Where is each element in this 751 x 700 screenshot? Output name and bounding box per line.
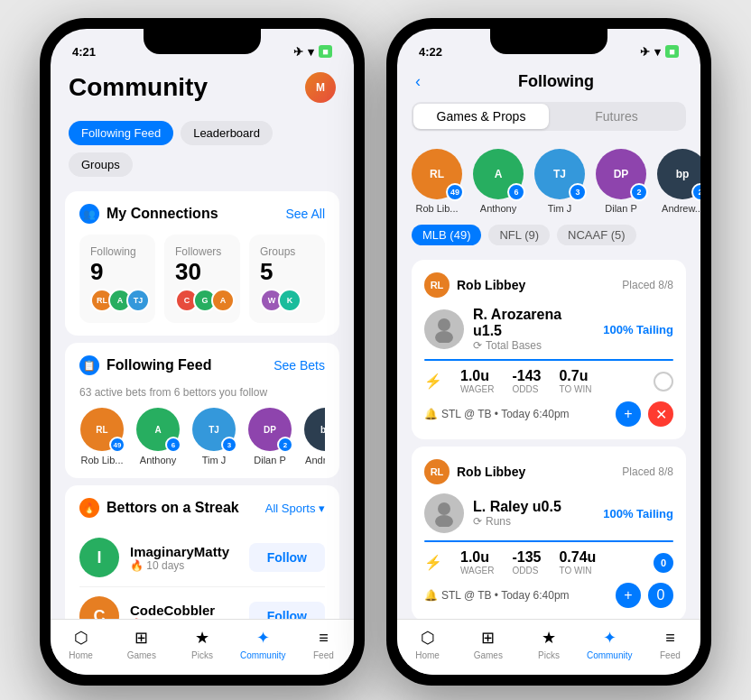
bettor-item-0[interactable]: RL49 Rob Lib... <box>79 408 125 465</box>
nav-feed-left[interactable]: ≡ Feed <box>293 627 354 660</box>
nav-home-left[interactable]: ⬡ Home <box>51 627 111 660</box>
followers-stat[interactable]: Followers 30 C G A <box>164 235 240 323</box>
connections-header: 👥 My Connections See All <box>79 204 325 224</box>
f-name-1: Anthony <box>480 203 516 214</box>
tail-btn-1[interactable]: 0 <box>648 583 673 608</box>
connections-title: 👥 My Connections <box>79 204 218 224</box>
followers-number: 30 <box>175 260 229 283</box>
bettor-badge-0: 49 <box>109 437 125 453</box>
connections-icon: 👥 <box>79 204 99 224</box>
user-avatar[interactable]: M <box>305 72 336 103</box>
f-avatar-2: TJ3 <box>534 149 585 199</box>
segment-games-props[interactable]: Games & Props <box>413 104 549 129</box>
bettor-item-3[interactable]: DP2 Dilan P <box>247 408 292 465</box>
follow-button-1[interactable]: Follow <box>249 602 325 619</box>
bet-card-1: RL Rob Libbey Placed 8/8 L. Raley u0.5 ⟳… <box>412 447 686 619</box>
filter-mlb[interactable]: MLB (49) <box>412 225 481 245</box>
nav-community-right[interactable]: ✦ Community <box>579 627 640 660</box>
battery-icon-right: ■ <box>665 45 679 58</box>
games-icon-left: ⊞ <box>131 627 153 649</box>
community-title-text: Community <box>69 73 208 102</box>
tab-following-feed[interactable]: Following Feed <box>69 121 173 145</box>
nav-games-left[interactable]: ⊞ Games <box>111 627 172 660</box>
f-avatar-item-1[interactable]: A6 Anthony <box>473 149 524 214</box>
f-badge-4: 2 <box>691 183 700 201</box>
towin-stat-1: 0.74u TO WIN <box>559 549 596 576</box>
groups-stat[interactable]: Groups 5 W K <box>249 235 325 323</box>
community-title-row: Community M <box>69 72 336 103</box>
nav-feed-right[interactable]: ≡ Feed <box>640 627 700 660</box>
f-avatar-item-2[interactable]: TJ3 Tim J <box>534 149 585 214</box>
home-icon-right: ⬡ <box>417 627 439 649</box>
wager-lbl-1: WAGER <box>460 566 494 576</box>
f-badge-2: 3 <box>569 183 587 201</box>
odds-val-0: -143 <box>512 368 541 384</box>
filter-ncaaf[interactable]: NCAAF (5) <box>557 225 636 245</box>
games-icon-right: ⊞ <box>477 627 499 649</box>
tailing-badge-0: 100% Tailing <box>603 323 673 336</box>
streak-section: 🔥 Bettors on a Streak All Sports ▾ I Ima… <box>65 485 339 619</box>
streak-name-0: ImaginaryMatty <box>130 544 229 559</box>
tail-circle-0 <box>654 372 673 391</box>
wager-stat-1: 1.0u WAGER <box>460 549 494 576</box>
following-avatars-row: RL49 Rob Lib... A6 Anthony TJ3 Tim J <box>397 142 700 221</box>
bet-stats-0: ⚡ 1.0u WAGER -143 ODDS 0.7u TO WIN <box>424 368 673 394</box>
nav-picks-right[interactable]: ★ Picks <box>518 627 579 660</box>
streak-item-0: I ImaginaryMatty 🔥 10 days Follow <box>79 529 325 587</box>
mini-avatar-6: A <box>211 289 235 312</box>
bet-stats-1: ⚡ 1.0u WAGER -135 ODDS 0.74u TO WIN 0 <box>424 549 673 576</box>
feed-header: 📋 Following Feed See Bets <box>79 355 325 375</box>
follow-button-0[interactable]: Follow <box>249 543 325 572</box>
action-btns-0: + ✕ <box>616 401 673 427</box>
tab-leaderboard[interactable]: Leaderboard <box>181 121 273 145</box>
f-avatar-item-4[interactable]: bp2 Andrew... <box>657 149 700 214</box>
bettor-item-1[interactable]: A6 Anthony <box>135 408 181 465</box>
feed-title: 📋 Following Feed <box>79 355 211 375</box>
odds-stat-1: -135 ODDS <box>512 549 541 576</box>
groups-label: Groups <box>260 245 314 258</box>
bet-title-0: R. Arozarena u1.5 <box>473 307 594 339</box>
bet-details-0: R. Arozarena u1.5 ⟳ Total Bases <box>473 307 594 352</box>
bettor-item-2[interactable]: TJ3 Tim J <box>191 408 236 465</box>
wifi-icon-right: ▾ <box>654 45 661 59</box>
f-avatar-item-0[interactable]: RL49 Rob Lib... <box>412 149 462 214</box>
nav-community-label-right: Community <box>587 650 633 660</box>
stat-icon-1: ⟳ <box>473 515 482 528</box>
right-phone: 4:22 ✈ ▾ ■ ‹ Following Games & Props Fut… <box>386 18 711 686</box>
nav-home-right[interactable]: ⬡ Home <box>397 627 458 660</box>
following-stat[interactable]: Following 9 RL A TJ <box>79 235 155 323</box>
streak-icon: 🔥 <box>79 498 99 518</box>
stat-icon-0: ⟳ <box>473 339 482 352</box>
f-avatar-0: RL49 <box>412 149 462 199</box>
airplane-icon-right: ✈ <box>640 45 650 59</box>
tail-circle-1: 0 <box>654 553 673 573</box>
nav-community-left[interactable]: ✦ Community <box>233 627 293 660</box>
wager-stat-0: 1.0u WAGER <box>460 368 494 394</box>
nav-picks-left[interactable]: ★ Picks <box>172 627 232 660</box>
time-left: 4:21 <box>72 45 96 59</box>
bell-icon-0: 🔔 <box>424 408 438 420</box>
all-sports-filter[interactable]: All Sports ▾ <box>265 502 325 515</box>
tab-row: Following Feed Leaderboard Groups <box>51 114 354 184</box>
f-avatar-item-3[interactable]: DP2 Dilan P <box>596 149 646 214</box>
notch-right <box>490 29 607 54</box>
add-btn-0[interactable]: + <box>616 401 641 427</box>
nav-games-right[interactable]: ⊞ Games <box>458 627 518 660</box>
f-name-0: Rob Lib... <box>415 203 458 214</box>
bettor-item-4[interactable]: bp2 Andrew... <box>303 408 325 465</box>
feed-icon-left: ≡ <box>312 627 334 649</box>
svg-point-1 <box>435 331 453 343</box>
tab-groups[interactable]: Groups <box>69 152 133 177</box>
feed-see-bets[interactable]: See Bets <box>274 358 325 373</box>
back-button[interactable]: ‹ <box>415 72 421 91</box>
connections-see-all[interactable]: See All <box>285 207 325 221</box>
streak-left-1: C CodeCobbler 🔥 9 days <box>79 596 215 619</box>
close-btn-0[interactable]: ✕ <box>648 401 673 427</box>
f-badge-3: 2 <box>630 183 648 201</box>
filter-nfl[interactable]: NFL (9) <box>488 225 550 245</box>
segment-futures[interactable]: Futures <box>549 104 684 129</box>
towin-lbl-1: TO WIN <box>559 566 596 576</box>
nav-games-label-left: Games <box>127 650 156 660</box>
notch <box>144 29 261 54</box>
add-btn-1[interactable]: + <box>616 583 641 608</box>
